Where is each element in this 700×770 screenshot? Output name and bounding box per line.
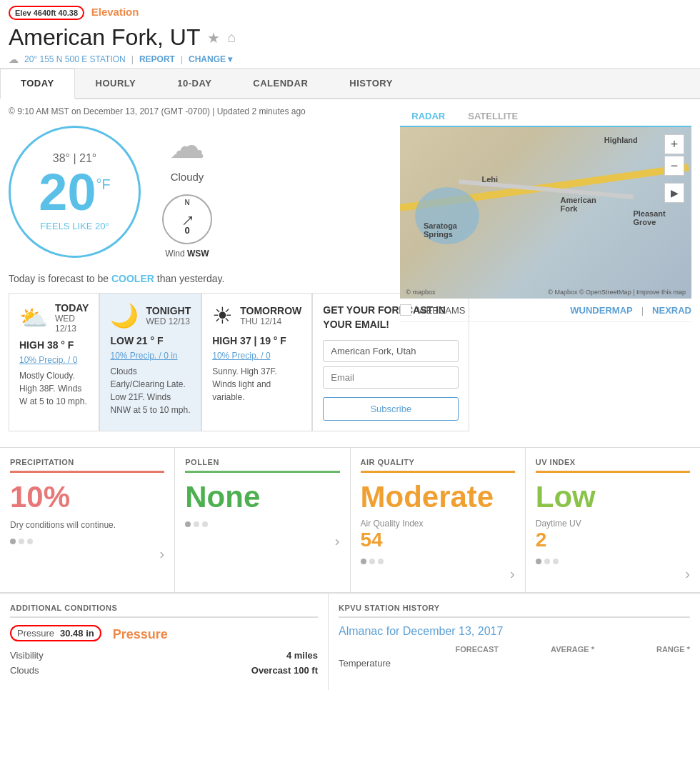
additional-title: ADDITIONAL CONDITIONS <box>10 604 318 618</box>
air-quality-value: Moderate <box>361 480 515 514</box>
map-section: RADAR SATELLITE Highland Lehi AmericanFo… <box>400 106 691 322</box>
today-date: WED 12/13 <box>55 314 89 334</box>
uv-index-number: 2 <box>536 529 690 551</box>
nexrad-link[interactable]: NEXRAD <box>652 305 691 316</box>
map-zoom-controls: + − ▶ <box>664 134 684 203</box>
change-link[interactable]: CHANGE ▾ <box>189 54 232 64</box>
tonight-forecast-icon: 🌙 <box>110 302 139 329</box>
tabs: TODAY HOURLY 10-DAY CALENDAR HISTORY <box>0 69 700 99</box>
left-panel: © 9:10 AM MST on December 13, 2017 (GMT … <box>9 106 389 440</box>
almanac-temperature-row: Temperature <box>339 658 690 669</box>
uv-arrow[interactable]: › <box>685 566 690 582</box>
forecast-text: Today is forecast to be COOLER than yest… <box>9 273 389 284</box>
feels-like: FEELS LIKE 20° <box>40 221 109 231</box>
label-american-fork: AmericanFork <box>561 196 596 213</box>
tonight-period: TONIGHT <box>146 305 191 316</box>
tab-radar[interactable]: RADAR <box>400 106 456 127</box>
tab-satellite[interactable]: SATELLITE <box>456 106 529 126</box>
air-arrow[interactable]: › <box>510 566 515 582</box>
elevation-badge: Elev 4640ft 40.38 <box>9 6 84 20</box>
map-attribution: © mapbox <box>406 289 435 296</box>
pollen-title: POLLEN <box>185 458 339 473</box>
cooler-link[interactable]: COOLER <box>111 273 154 284</box>
tomorrow-precip[interactable]: 10% Precip. / 0 <box>212 351 301 361</box>
label-lehi: Lehi <box>481 175 498 184</box>
precip-arrow[interactable]: › <box>160 546 165 562</box>
today-precip[interactable]: 10% Precip. / 0 <box>19 355 89 365</box>
label-pleasant-grove: PleasantGrove <box>633 209 665 226</box>
tomorrow-date: THU 12/14 <box>240 316 301 326</box>
air-quality-widget: AIR QUALITY Moderate Air Quality Index 5… <box>351 448 526 593</box>
tab-hourly[interactable]: HOURLY <box>75 69 157 98</box>
tonight-precip[interactable]: 10% Precip. / 0 in <box>110 351 191 361</box>
zoom-out-button[interactable]: − <box>664 156 684 176</box>
precipitation-widget: PRECIPITATION 10% Dry conditions will co… <box>0 448 175 593</box>
widgets-row: PRECIPITATION 10% Dry conditions will co… <box>0 447 700 593</box>
pollen-widget: POLLEN None › <box>175 448 350 593</box>
today-desc: Mostly Cloudy. High 38F. Winds W at 5 to… <box>19 369 89 408</box>
air-quality-index: 54 <box>361 529 515 551</box>
uv-index-value: Low <box>536 480 690 514</box>
tomorrow-desc: Sunny. High 37F. Winds light and variabl… <box>212 365 301 404</box>
additional-conditions-card: ADDITIONAL CONDITIONS Pressure 30.48 in … <box>0 594 329 690</box>
cloud-icon-small: ☁ <box>9 54 19 65</box>
tab-history[interactable]: HISTORY <box>329 69 414 98</box>
pressure-label: Pressure <box>17 628 54 639</box>
almanac-header: FORECAST AVERAGE * RANGE * <box>339 645 690 654</box>
report-link[interactable]: REPORT <box>139 54 175 64</box>
map-area: Highland Lehi AmericanFork PleasantGrove… <box>400 127 691 299</box>
uv-index-title: UV INDEX <box>536 458 690 473</box>
map-placeholder: Highland Lehi AmericanFork PleasantGrove… <box>400 127 691 299</box>
webcam-label: WEBCAMS <box>417 305 465 316</box>
pollen-arrow[interactable]: › <box>335 533 340 549</box>
bottom-row: ADDITIONAL CONDITIONS Pressure 30.48 in … <box>0 593 700 690</box>
tab-calendar[interactable]: CALENDAR <box>232 69 329 98</box>
star-icon[interactable]: ★ <box>207 29 220 46</box>
elevation-label: Elevation <box>91 6 139 18</box>
right-panel: RADAR SATELLITE Highland Lehi AmericanFo… <box>400 106 691 440</box>
compass-value: 0 <box>184 225 189 236</box>
timestamp: © 9:10 AM MST on December 13, 2017 (GMT … <box>9 106 389 116</box>
webcam-checkbox[interactable] <box>400 304 411 316</box>
tonight-temp: LOW 21 ° F <box>110 335 191 346</box>
pollen-value: None <box>185 480 339 514</box>
station-link[interactable]: 20° 155 N 500 E STATION <box>24 54 126 64</box>
home-icon[interactable]: ⌂ <box>227 29 236 46</box>
forecast-tomorrow-card: ☀ TOMORROW THU 12/14 HIGH 37 | 19 ° F 10… <box>201 293 312 431</box>
precipitation-value: 10% <box>10 480 164 514</box>
label-highland: Highland <box>604 136 638 144</box>
air-quality-sub: Air Quality Index <box>361 519 515 529</box>
wunder-links: WUNDERMAP | NEXRAD <box>570 305 691 316</box>
pipe-wunder: | <box>641 305 644 316</box>
visibility-value: 4 miles <box>286 650 318 661</box>
tomorrow-temp: HIGH 37 | 19 ° F <box>212 335 301 346</box>
wind-label: Wind WSW <box>162 249 212 259</box>
weather-display: 38° | 21° 20 °F FEELS LIKE 20° ☁ Cloudy … <box>9 125 389 259</box>
play-button[interactable]: ▶ <box>664 183 684 203</box>
forecast-today-card: ⛅ TODAY WED 12/13 HIGH 38 ° F 10% Precip… <box>9 293 99 431</box>
today-period: TODAY <box>55 302 89 314</box>
visibility-row: Visibility 4 miles <box>10 650 318 661</box>
temp-unit: °F <box>96 176 110 193</box>
wundermap-link[interactable]: WUNDERMAP <box>570 305 632 316</box>
tonight-date: WED 12/13 <box>146 316 191 326</box>
condition-block: ☁ Cloudy N ↓ 0 Wind WSW <box>162 125 212 259</box>
zoom-in-button[interactable]: + <box>664 134 684 154</box>
compass-n: N <box>184 199 189 206</box>
forecast-row: ⛅ TODAY WED 12/13 HIGH 38 ° F 10% Precip… <box>9 293 389 431</box>
precipitation-desc: Dry conditions will continue. <box>10 519 164 531</box>
pressure-highlight-label: Pressure <box>113 627 168 642</box>
uv-index-sub: Daytime UV <box>536 519 690 529</box>
temp-main: 20 <box>39 166 96 218</box>
map-attribution2: © Mapbox © OpenStreetMap | Improve this … <box>548 289 686 296</box>
tab-today[interactable]: TODAY <box>0 69 75 99</box>
clouds-label: Clouds <box>10 665 39 676</box>
station-history-card: KPVU STATION HISTORY Almanac for Decembe… <box>329 594 700 690</box>
city-name: American Fork, UT <box>9 24 200 51</box>
temp-circle: 38° | 21° 20 °F FEELS LIKE 20° <box>9 126 141 258</box>
pressure-row: Pressure 30.48 in <box>10 625 101 641</box>
webcam-row: WEBCAMS WUNDERMAP | NEXRAD <box>400 299 691 322</box>
tab-10day[interactable]: 10-DAY <box>156 69 232 98</box>
top-bar: Elev 4640ft 40.38 Elevation American For… <box>0 0 700 69</box>
tonight-desc: Clouds Early/Clearing Late. Low 21F. Win… <box>110 365 191 416</box>
